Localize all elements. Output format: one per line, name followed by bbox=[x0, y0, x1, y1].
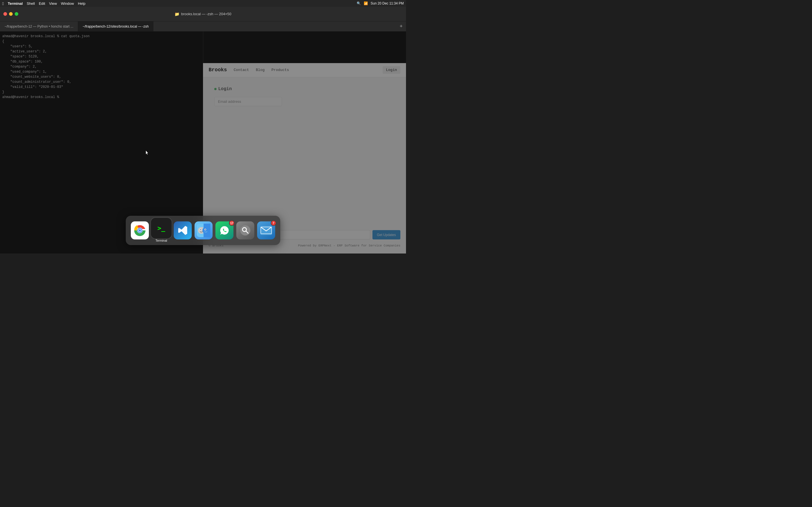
menu-bar:  Terminal Shell Edit View Window Help 🔍… bbox=[0, 0, 406, 7]
svg-point-10 bbox=[200, 229, 201, 230]
close-button[interactable] bbox=[3, 12, 7, 16]
app-name[interactable]: Terminal bbox=[8, 1, 22, 6]
menu-shell[interactable]: Shell bbox=[27, 1, 35, 6]
dock-item-terminal[interactable]: >_ Terminal bbox=[152, 219, 171, 242]
tab-0-label: ~/frappe/bench-12 — Python • honcho star… bbox=[4, 24, 73, 29]
zoom-button[interactable] bbox=[15, 12, 18, 16]
clock: Sun 20 Dec 11:34 PM bbox=[371, 1, 404, 5]
menu-window[interactable]: Window bbox=[61, 1, 74, 6]
dock-item-finder[interactable] bbox=[195, 221, 213, 239]
svg-rect-18 bbox=[260, 226, 272, 235]
dock-item-mail[interactable]: 7 bbox=[257, 221, 275, 239]
mail-badge: 7 bbox=[271, 220, 276, 226]
apple-menu[interactable]:  bbox=[2, 1, 4, 6]
folder-icon: 📁 bbox=[174, 12, 179, 16]
tab-0[interactable]: ~/frappe/bench-12 — Python • honcho star… bbox=[0, 21, 78, 31]
dock-item-alfred[interactable] bbox=[236, 221, 254, 239]
svg-point-4 bbox=[139, 229, 141, 231]
search-icon[interactable]: 🔍 bbox=[357, 1, 361, 5]
tab-1-label: ~/frappe/bench-12/sites/brooks.local — -… bbox=[83, 24, 149, 29]
alfred-icon bbox=[236, 221, 254, 239]
title-bar: 📁 brooks.local — -zsh — 204×50 bbox=[0, 7, 406, 21]
wifi-icon: 📶 bbox=[364, 1, 368, 5]
menu-view[interactable]: View bbox=[49, 1, 57, 6]
svg-point-15 bbox=[240, 225, 250, 235]
minimize-button[interactable] bbox=[9, 12, 13, 16]
finder-icon bbox=[195, 221, 213, 239]
vscode-icon bbox=[174, 221, 192, 239]
new-tab-button[interactable]: + bbox=[396, 21, 406, 31]
dim-overlay bbox=[0, 0, 406, 253]
dock-item-chrome[interactable] bbox=[131, 221, 149, 239]
svg-point-11 bbox=[202, 227, 209, 234]
terminal-icon: >_ bbox=[150, 217, 172, 239]
menu-help[interactable]: Help bbox=[78, 1, 86, 6]
window-title: brooks.local — -zsh — 204×50 bbox=[181, 12, 231, 16]
whatsapp-badge: 17 bbox=[229, 220, 235, 226]
dock-item-vscode[interactable] bbox=[174, 221, 192, 239]
terminal-label: Terminal bbox=[155, 239, 167, 242]
dock-item-whatsapp[interactable]: 17 bbox=[215, 221, 234, 239]
dock: >_ Terminal bbox=[126, 216, 280, 245]
chrome-icon bbox=[131, 221, 149, 239]
tab-1[interactable]: ~/frappe/bench-12/sites/brooks.local — -… bbox=[78, 21, 153, 31]
tab-bar: ~/frappe/bench-12 — Python • honcho star… bbox=[0, 21, 406, 32]
svg-point-13 bbox=[205, 229, 206, 230]
menu-edit[interactable]: Edit bbox=[39, 1, 45, 6]
